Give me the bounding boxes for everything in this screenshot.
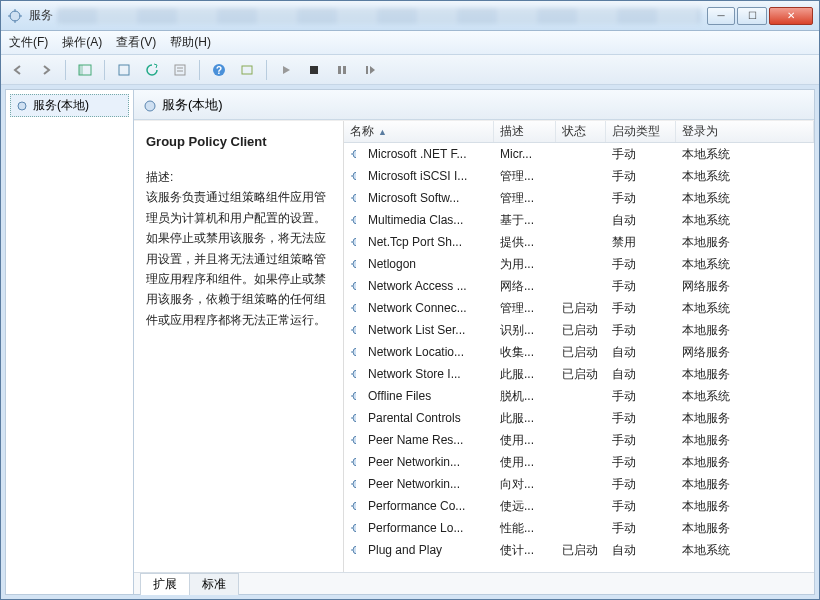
- service-icon: [344, 433, 362, 447]
- service-row[interactable]: Microsoft Softw...管理...手动本地系统: [344, 187, 814, 209]
- cell-desc: 管理...: [494, 190, 556, 207]
- svg-point-30: [353, 458, 356, 466]
- menu-help[interactable]: 帮助(H): [170, 34, 211, 51]
- svg-rect-4: [175, 65, 185, 75]
- window-buttons: ─ ☐ ✕: [705, 7, 813, 25]
- forward-button[interactable]: [35, 59, 57, 81]
- cell-startup: 手动: [606, 432, 676, 449]
- cell-startup: 自动: [606, 366, 676, 383]
- svg-rect-2: [79, 65, 83, 75]
- service-icon: [344, 169, 362, 183]
- cell-desc: 脱机...: [494, 388, 556, 405]
- service-icon: [344, 191, 362, 205]
- cell-status: 已启动: [556, 542, 606, 559]
- refresh-button[interactable]: [141, 59, 163, 81]
- service-row[interactable]: Network Store I...此服...已启动自动本地服务: [344, 363, 814, 385]
- cell-desc: 此服...: [494, 410, 556, 427]
- cell-status: 已启动: [556, 366, 606, 383]
- cell-name: Network Access ...: [362, 279, 494, 293]
- service-row[interactable]: Net.Tcp Port Sh...提供...禁用本地服务: [344, 231, 814, 253]
- service-row[interactable]: Offline Files脱机...手动本地系统: [344, 385, 814, 407]
- close-button[interactable]: ✕: [769, 7, 813, 25]
- column-description[interactable]: 描述: [494, 121, 556, 142]
- service-row[interactable]: Peer Networkin...使用...手动本地服务: [344, 451, 814, 473]
- minimize-button[interactable]: ─: [707, 7, 735, 25]
- column-name[interactable]: 名称▲: [344, 121, 494, 142]
- start-service-button[interactable]: [275, 59, 297, 81]
- menubar: 文件(F) 操作(A) 查看(V) 帮助(H): [1, 31, 819, 55]
- service-icon: [344, 367, 362, 381]
- service-row[interactable]: Parental Controls此服...手动本地服务: [344, 407, 814, 429]
- tree-root-item[interactable]: 服务(本地): [10, 94, 129, 117]
- menu-view[interactable]: 查看(V): [116, 34, 156, 51]
- service-row[interactable]: Network Locatio...收集...已启动自动网络服务: [344, 341, 814, 363]
- service-icon: [344, 543, 362, 557]
- sort-asc-icon: ▲: [378, 127, 387, 137]
- properties-button[interactable]: [169, 59, 191, 81]
- cell-status: 已启动: [556, 322, 606, 339]
- tab-extended[interactable]: 扩展: [140, 573, 190, 595]
- svg-point-15: [145, 101, 155, 111]
- cell-desc: 向对...: [494, 476, 556, 493]
- cell-startup: 手动: [606, 168, 676, 185]
- back-button[interactable]: [7, 59, 29, 81]
- show-hide-tree-button[interactable]: [74, 59, 96, 81]
- services-icon: [142, 98, 156, 112]
- cell-name: Network Connec...: [362, 301, 494, 315]
- stop-service-button[interactable]: [303, 59, 325, 81]
- help-button[interactable]: ?: [208, 59, 230, 81]
- service-icon: [344, 323, 362, 337]
- service-row[interactable]: Microsoft .NET F...Micr...手动本地系统: [344, 143, 814, 165]
- main-pane: 服务(本地) Group Policy Client 描述: 该服务负责通过组策…: [134, 90, 814, 594]
- service-row[interactable]: Peer Name Res...使用...手动本地服务: [344, 429, 814, 451]
- cell-desc: Micr...: [494, 147, 556, 161]
- cell-logon: 本地系统: [676, 300, 814, 317]
- titlebar[interactable]: 服务 ─ ☐ ✕: [1, 1, 819, 31]
- service-row[interactable]: Plug and Play使计...已启动自动本地系统: [344, 539, 814, 561]
- cell-startup: 手动: [606, 520, 676, 537]
- service-icon: [344, 147, 362, 161]
- service-row[interactable]: Network List Ser...识别...已启动手动本地服务: [344, 319, 814, 341]
- service-rows[interactable]: Microsoft .NET F...Micr...手动本地系统Microsof…: [344, 143, 814, 572]
- toolbar-separator: [266, 60, 267, 80]
- svg-point-20: [353, 238, 356, 246]
- cell-logon: 本地系统: [676, 212, 814, 229]
- service-row[interactable]: Multimedia Clas...基于...自动本地系统: [344, 209, 814, 231]
- svg-point-31: [353, 480, 356, 488]
- menu-action[interactable]: 操作(A): [62, 34, 102, 51]
- tree-root-label: 服务(本地): [33, 97, 89, 114]
- service-row[interactable]: Network Access ...网络...手动网络服务: [344, 275, 814, 297]
- cell-logon: 本地系统: [676, 542, 814, 559]
- cell-startup: 自动: [606, 344, 676, 361]
- cell-logon: 本地系统: [676, 256, 814, 273]
- description-text: 该服务负责通过组策略组件应用管理员为计算机和用户配置的设置。如果停止或禁用该服务…: [146, 187, 331, 330]
- svg-point-25: [353, 348, 356, 356]
- client-area: 服务(本地) 服务(本地) Group Policy Client 描述: 该服…: [5, 89, 815, 595]
- column-status[interactable]: 状态: [556, 121, 606, 142]
- service-row[interactable]: Peer Networkin...向对...手动本地服务: [344, 473, 814, 495]
- service-row[interactable]: Microsoft iSCSI I...管理...手动本地系统: [344, 165, 814, 187]
- cell-logon: 本地服务: [676, 410, 814, 427]
- export-button[interactable]: [113, 59, 135, 81]
- main-header-title: 服务(本地): [162, 96, 223, 114]
- svg-point-18: [353, 194, 356, 202]
- service-row[interactable]: Netlogon为用...手动本地系统: [344, 253, 814, 275]
- cell-status: 已启动: [556, 300, 606, 317]
- maximize-button[interactable]: ☐: [737, 7, 767, 25]
- restart-service-button[interactable]: [359, 59, 381, 81]
- menu-file[interactable]: 文件(F): [9, 34, 48, 51]
- service-row[interactable]: Network Connec...管理...已启动手动本地系统: [344, 297, 814, 319]
- cell-name: Performance Co...: [362, 499, 494, 513]
- tab-standard[interactable]: 标准: [189, 573, 239, 595]
- content-row: Group Policy Client 描述: 该服务负责通过组策略组件应用管理…: [134, 120, 814, 572]
- toolbar-button[interactable]: [236, 59, 258, 81]
- column-logon[interactable]: 登录为: [676, 121, 814, 142]
- cell-name: Network Store I...: [362, 367, 494, 381]
- service-row[interactable]: Performance Co...使远...手动本地服务: [344, 495, 814, 517]
- cell-desc: 使用...: [494, 454, 556, 471]
- column-startup[interactable]: 启动类型: [606, 121, 676, 142]
- tree-pane: 服务(本地): [6, 90, 134, 594]
- pause-service-button[interactable]: [331, 59, 353, 81]
- service-row[interactable]: Performance Lo...性能...手动本地服务: [344, 517, 814, 539]
- cell-desc: 提供...: [494, 234, 556, 251]
